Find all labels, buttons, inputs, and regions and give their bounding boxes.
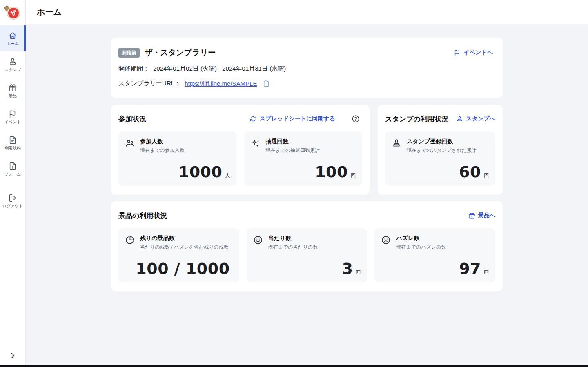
sidebar-item-label: 利用規約 xyxy=(4,146,21,150)
go-to-event-label: イベントへ xyxy=(463,49,493,56)
copy-url-button[interactable] xyxy=(263,80,270,87)
sidebar-expand-button[interactable] xyxy=(7,350,18,361)
stat-tile-participants: 参加人数 現在までの参加人数 1000人 xyxy=(118,131,237,186)
stat-title: 当たり数 xyxy=(268,235,318,242)
gift-icon xyxy=(468,212,475,219)
sidebar-item-label: フォーム xyxy=(4,172,21,176)
document-plus-icon xyxy=(8,162,17,171)
sidebar-item-label: スタンプ xyxy=(4,68,21,72)
sidebar-item-label: イベント xyxy=(4,120,21,124)
stat-value: 60回 xyxy=(392,163,489,181)
sync-spreadsheet-label: スプレッドシートに同期する xyxy=(260,115,335,122)
stat-subtitle: 現在までの抽選回数累計 xyxy=(266,147,320,154)
sidebar-item-form[interactable]: フォーム xyxy=(0,156,25,182)
sidebar-item-prize[interactable]: 景品 xyxy=(0,78,25,104)
go-to-stamp-link[interactable]: スタンプへ xyxy=(456,115,495,122)
top-header: ホーム xyxy=(26,0,588,24)
help-button[interactable] xyxy=(352,115,360,123)
sidebar-item-label: ログアウト xyxy=(2,204,23,208)
stat-title: 抽選回数 xyxy=(266,138,320,145)
event-status-badge: 開催前 xyxy=(118,48,140,58)
flag-icon xyxy=(8,109,17,118)
stat-subtitle: 当たりの残数 / ハズレを含む残りの残数 xyxy=(140,244,229,251)
stamp-logo-icon: ザ xyxy=(5,4,20,20)
participation-title: 参加状況 xyxy=(118,114,146,124)
stamp-usage-card: スタンプの利用状況 スタンプへ スタンプ登 xyxy=(378,105,503,195)
main-content[interactable]: 開催前 ザ・スタンプラリー イベントへ 開催期間： 2024年01月02日 (火… xyxy=(26,24,588,367)
stamp-icon xyxy=(392,138,401,154)
users-icon xyxy=(125,138,135,154)
window-bottom-edge xyxy=(0,365,588,367)
sync-spreadsheet-link[interactable]: スプレッドシートに同期する xyxy=(250,115,335,122)
sidebar-item-event[interactable]: イベント xyxy=(0,104,25,130)
go-to-prize-link[interactable]: 景品へ xyxy=(468,212,495,219)
logout-icon xyxy=(8,194,17,202)
smile-icon xyxy=(253,235,263,251)
sidebar-item-logout[interactable]: ログアウト xyxy=(0,188,25,214)
stat-title: 参加人数 xyxy=(140,138,185,145)
prize-usage-card: 景品の利用状況 景品へ 残りの景品数 当たりの残数 xyxy=(111,201,503,291)
sidebar-item-label: ホーム xyxy=(7,42,19,46)
page-title: ホーム xyxy=(37,7,62,18)
document-icon xyxy=(8,136,17,145)
go-to-event-link[interactable]: イベントへ xyxy=(454,49,493,56)
gift-icon xyxy=(8,83,17,92)
go-to-stamp-label: スタンプへ xyxy=(466,115,495,122)
go-to-prize-label: 景品へ xyxy=(478,212,495,219)
sidebar-nav: ホーム スタンプ 景品 イベント 利用規約 フォーム xyxy=(0,25,25,214)
home-icon xyxy=(8,31,17,40)
question-circle-icon xyxy=(352,115,360,123)
sidebar-item-label: 景品 xyxy=(9,94,17,98)
stat-value: 100 / 1000 xyxy=(125,260,233,278)
stat-tile-remaining-prizes: 残りの景品数 当たりの残数 / ハズレを含む残りの残数 100 / 1000 xyxy=(118,228,239,282)
stat-value: 97回 xyxy=(381,260,489,278)
stamp-icon xyxy=(8,57,17,66)
stat-title: ハズレ数 xyxy=(396,235,446,242)
sync-icon xyxy=(250,116,256,122)
stat-tile-wins: 当たり数 現在までの当たりの数 3回 xyxy=(247,228,368,282)
sidebar-item-terms[interactable]: 利用規約 xyxy=(0,130,25,156)
chevron-right-icon xyxy=(9,351,17,360)
stat-value: 1000人 xyxy=(125,163,230,181)
stat-value: 3回 xyxy=(253,260,361,278)
stat-tile-stamps: スタンプ登録回数 現在までのスタンプされた累計 60回 xyxy=(385,131,495,186)
stamp-usage-title: スタンプの利用状況 xyxy=(385,114,448,124)
stat-subtitle: 現在までの参加人数 xyxy=(140,147,185,154)
stat-subtitle: 現在までのスタンプされた累計 xyxy=(407,147,477,154)
stamp-icon xyxy=(456,116,463,122)
stat-subtitle: 現在までの当たりの数 xyxy=(268,244,318,251)
event-period-label: 開催期間： xyxy=(118,65,149,73)
prize-usage-title: 景品の利用状況 xyxy=(118,211,167,220)
app-window: ザ ホーム スタンプ 景品 イベント 利用規約 xyxy=(0,0,588,367)
event-summary-card: 開催前 ザ・スタンプラリー イベントへ 開催期間： 2024年01月02日 (火… xyxy=(111,38,503,98)
main-column: ホーム 開催前 ザ・スタンプラリー イベントへ 開催期間： xyxy=(26,0,588,367)
sidebar: ザ ホーム スタンプ 景品 イベント 利用規約 xyxy=(0,0,26,367)
stat-title: スタンプ登録回数 xyxy=(407,138,477,145)
app-logo: ザ xyxy=(0,0,25,24)
event-url-label: スタンプラリーURL： xyxy=(118,80,180,87)
participation-card: 参加状況 スプレッドシートに同期する xyxy=(111,105,370,195)
clipboard-icon xyxy=(263,80,270,87)
event-period-value: 2024年01月02日 (火曜) - 2024年01月31日 (水曜) xyxy=(153,65,286,73)
stat-subtitle: 現在までのハズレの数 xyxy=(396,244,446,251)
frown-icon xyxy=(381,235,391,251)
stat-title: 残りの景品数 xyxy=(140,235,229,242)
stamp-rally-url-link[interactable]: https://liff.line.me/SAMPLE xyxy=(185,80,257,87)
sidebar-item-stamp[interactable]: スタンプ xyxy=(0,51,25,78)
pie-chart-icon xyxy=(125,235,135,251)
stat-tile-losses: ハズレ数 現在までのハズレの数 97回 xyxy=(374,228,495,282)
event-title: ザ・スタンプラリー xyxy=(145,47,216,58)
stat-value: 100回 xyxy=(251,163,356,181)
stat-tile-draws: 抽選回数 現在までの抽選回数累計 100回 xyxy=(244,131,363,186)
sidebar-item-home[interactable]: ホーム xyxy=(0,25,25,51)
flag-icon xyxy=(454,49,461,56)
sparkles-icon xyxy=(251,138,261,154)
